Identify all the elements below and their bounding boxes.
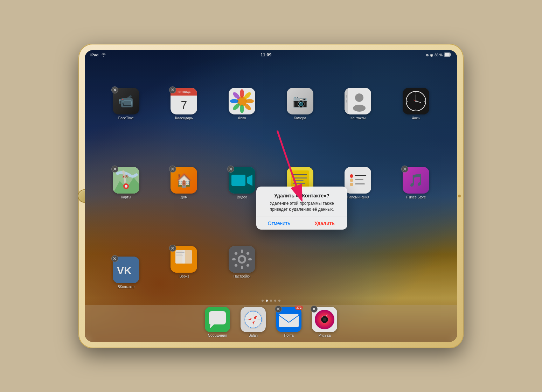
dialog-message: Удаление этой программы также приведет к… — [263, 201, 341, 212]
dialog-cancel-button[interactable]: Отменить — [256, 217, 302, 230]
ipad-screen: iPad 11:09 ⊕ ◉ 86 % — [85, 50, 457, 342]
dialog-buttons: Отменить Удалить — [256, 217, 347, 230]
dialog-content: Удалить «ВКонтакте»? Удаление этой прогр… — [256, 187, 347, 217]
dialog-title: Удалить «ВКонтакте»? — [263, 193, 341, 198]
side-button — [458, 195, 461, 197]
dialog-overlay: Удалить «ВКонтакте»? Удаление этой прогр… — [85, 50, 457, 342]
ipad-device: iPad 11:09 ⊕ ◉ 86 % — [78, 44, 464, 348]
dialog-delete-button[interactable]: Удалить — [302, 217, 348, 230]
delete-dialog: Удалить «ВКонтакте»? Удаление этой прогр… — [256, 187, 347, 230]
